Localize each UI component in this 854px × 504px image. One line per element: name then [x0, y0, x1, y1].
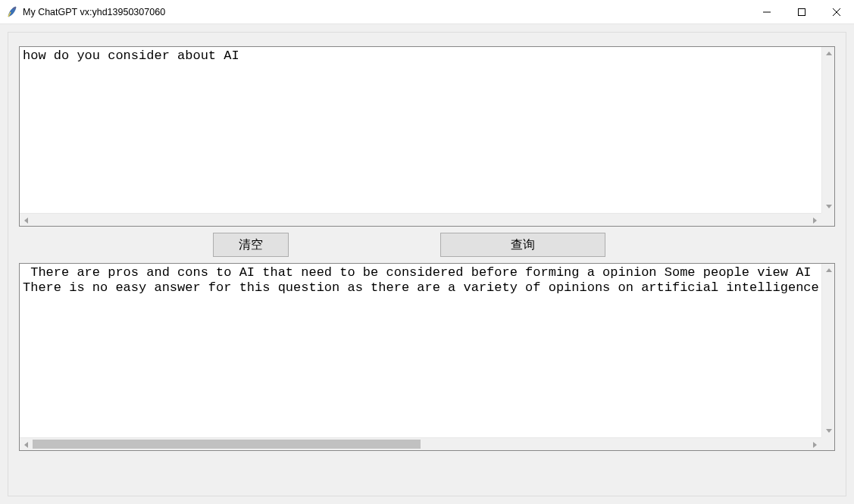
scroll-track[interactable] — [33, 438, 809, 450]
svg-marker-5 — [826, 205, 832, 208]
output-horizontal-scrollbar[interactable] — [20, 437, 821, 450]
minimize-button[interactable] — [749, 0, 784, 23]
button-row: 清空 查询 — [19, 231, 835, 258]
client-area: how do you consider about AI — [0, 24, 854, 504]
input-text-container: how do you consider about AI — [19, 46, 835, 227]
query-button[interactable]: 查询 — [440, 233, 605, 257]
scroll-thumb[interactable] — [33, 440, 421, 449]
main-frame: how do you consider about AI — [8, 32, 846, 496]
scroll-up-icon[interactable] — [822, 264, 835, 277]
close-button[interactable] — [819, 0, 854, 23]
input-textarea[interactable]: how do you consider about AI — [20, 47, 821, 213]
scroll-right-icon[interactable] — [809, 438, 821, 451]
scroll-up-icon[interactable] — [822, 47, 835, 60]
scroll-left-icon[interactable] — [20, 214, 33, 227]
scroll-corner — [821, 437, 834, 450]
input-vertical-scrollbar[interactable] — [821, 47, 834, 213]
window-titlebar: My ChatGPT vx:yhd13950307060 — [0, 0, 854, 24]
scroll-down-icon[interactable] — [822, 424, 835, 437]
svg-marker-8 — [826, 268, 832, 272]
svg-marker-9 — [826, 429, 832, 433]
scroll-track[interactable] — [33, 214, 809, 226]
svg-marker-6 — [24, 218, 28, 224]
scroll-corner — [821, 213, 834, 226]
svg-rect-1 — [799, 8, 806, 15]
maximize-button[interactable] — [784, 0, 819, 23]
output-vertical-scrollbar[interactable] — [821, 264, 834, 437]
clear-button[interactable]: 清空 — [213, 233, 289, 257]
output-text-container: There are pros and cons to AI that need … — [19, 263, 835, 451]
output-textarea[interactable]: There are pros and cons to AI that need … — [20, 264, 821, 437]
scroll-down-icon[interactable] — [822, 200, 835, 213]
scroll-right-icon[interactable] — [809, 214, 821, 227]
input-horizontal-scrollbar[interactable] — [20, 213, 821, 226]
scroll-track[interactable] — [822, 60, 834, 200]
svg-marker-10 — [24, 442, 28, 448]
scroll-left-icon[interactable] — [20, 438, 33, 451]
scroll-track[interactable] — [822, 277, 834, 424]
window-controls — [749, 0, 854, 23]
svg-marker-11 — [813, 442, 817, 448]
svg-marker-7 — [813, 218, 817, 224]
svg-marker-4 — [826, 52, 832, 55]
tk-feather-icon — [6, 6, 18, 18]
window-title: My ChatGPT vx:yhd13950307060 — [23, 7, 165, 17]
